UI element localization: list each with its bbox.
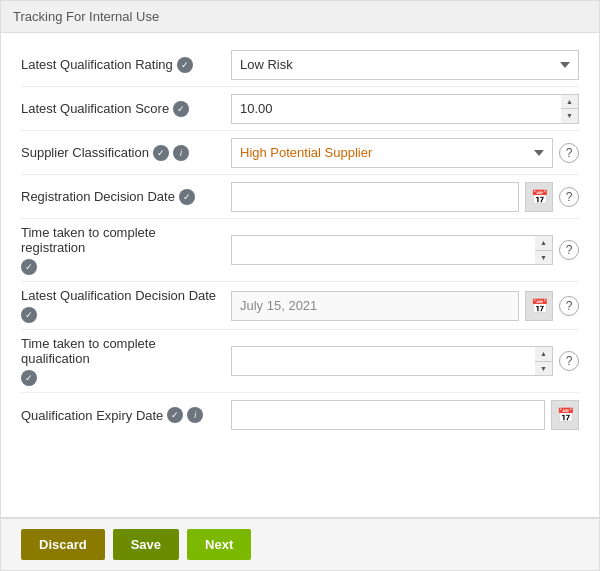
page-container: Tracking For Internal Use Latest Qualifi… [0,0,600,571]
time-qual-up-btn[interactable]: ▲ [535,347,552,362]
info-icon-expiry-date: i [187,407,203,423]
calendar-icon-qual-date[interactable]: 📅 [525,291,553,321]
label-latest-qual-decision-date: Latest Qualification Decision Date ✓ [21,288,231,323]
label-qualification-rating: Latest Qualification Rating ✓ [21,57,231,73]
page-title: Tracking For Internal Use [1,1,599,33]
question-icon-classification[interactable]: ? [559,143,579,163]
time-reg-up-btn[interactable]: ▲ [535,236,552,251]
time-complete-registration-input[interactable] [231,235,535,265]
supplier-classification-select[interactable]: High Potential Supplier Standard Supplie… [231,138,553,168]
info-icon-classification: i [173,145,189,161]
calendar-icon-reg-date[interactable]: 📅 [525,182,553,212]
row-time-complete-registration: Time taken to complete registration ✓ ▲ … [21,219,579,282]
question-icon-reg-date[interactable]: ? [559,187,579,207]
check-icon-qual-date: ✓ [21,307,37,323]
control-qualification-rating: Low Risk Medium Risk High Risk [231,50,579,80]
time-qual-input-group: ▲ ▼ [231,346,553,376]
label-qualification-expiry-date: Qualification Expiry Date ✓ i [21,407,231,423]
row-latest-qual-decision-date: Latest Qualification Decision Date ✓ 📅 ? [21,282,579,330]
row-qualification-rating: Latest Qualification Rating ✓ Low Risk M… [21,43,579,87]
label-qualification-score: Latest Qualification Score ✓ [21,101,231,117]
row-time-complete-qualification: Time taken to complete qualification ✓ ▲… [21,330,579,393]
check-icon-time-reg: ✓ [21,259,37,275]
question-icon-time-reg[interactable]: ? [559,240,579,260]
qualification-score-input[interactable] [231,94,561,124]
check-icon-reg-date: ✓ [179,189,195,205]
control-supplier-classification: High Potential Supplier Standard Supplie… [231,138,579,168]
discard-button[interactable]: Discard [21,529,105,560]
time-reg-down-btn[interactable]: ▼ [535,251,552,265]
score-down-btn[interactable]: ▼ [561,109,578,123]
label-time-complete-registration: Time taken to complete registration ✓ [21,225,231,275]
row-qualification-expiry-date: Qualification Expiry Date ✓ i 📅 [21,393,579,437]
check-icon-classification: ✓ [153,145,169,161]
control-time-complete-registration: ▲ ▼ ? [231,235,579,265]
time-reg-input-group: ▲ ▼ [231,235,553,265]
check-icon-rating: ✓ [177,57,193,73]
control-latest-qual-decision-date: 📅 ? [231,291,579,321]
score-spinner: ▲ ▼ [561,94,579,124]
check-icon-time-qual: ✓ [21,370,37,386]
time-qual-spinner: ▲ ▼ [535,346,553,376]
time-qual-down-btn[interactable]: ▼ [535,362,552,376]
save-button[interactable]: Save [113,529,179,560]
qualification-rating-select[interactable]: Low Risk Medium Risk High Risk [231,50,579,80]
row-supplier-classification: Supplier Classification ✓ i High Potenti… [21,131,579,175]
row-qualification-score: Latest Qualification Score ✓ ▲ ▼ [21,87,579,131]
qualification-expiry-date-input[interactable] [231,400,545,430]
latest-qual-decision-date-input[interactable] [231,291,519,321]
form-body: Latest Qualification Rating ✓ Low Risk M… [1,33,599,517]
label-registration-decision-date: Registration Decision Date ✓ [21,189,231,205]
row-registration-decision-date: Registration Decision Date ✓ 📅 ? [21,175,579,219]
footer: Discard Save Next [1,517,599,570]
next-button[interactable]: Next [187,529,251,560]
check-icon-score: ✓ [173,101,189,117]
registration-decision-date-input[interactable] [231,182,519,212]
control-qualification-score: ▲ ▼ [231,94,579,124]
question-icon-qual-date[interactable]: ? [559,296,579,316]
control-time-complete-qualification: ▲ ▼ ? [231,346,579,376]
control-registration-decision-date: 📅 ? [231,182,579,212]
score-up-btn[interactable]: ▲ [561,95,578,110]
check-icon-expiry-date: ✓ [167,407,183,423]
time-reg-spinner: ▲ ▼ [535,235,553,265]
question-icon-time-qual[interactable]: ? [559,351,579,371]
score-input-group: ▲ ▼ [231,94,579,124]
control-qualification-expiry-date: 📅 [231,400,579,430]
calendar-icon-expiry-date[interactable]: 📅 [551,400,579,430]
time-complete-qualification-input[interactable] [231,346,535,376]
label-time-complete-qualification: Time taken to complete qualification ✓ [21,336,231,386]
label-supplier-classification: Supplier Classification ✓ i [21,145,231,161]
